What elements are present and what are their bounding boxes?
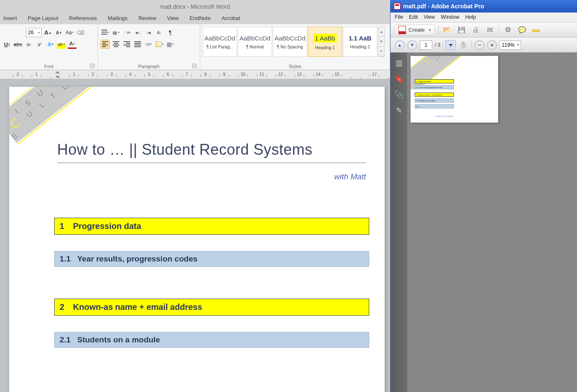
bookmarks-icon[interactable]: 🔖 [394,74,403,83]
menu-help[interactable]: Help [465,14,476,22]
email-icon[interactable] [484,25,495,35]
attachments-icon[interactable]: 📎 [394,90,403,99]
styles-gallery: AaBbCcDd¶ List Parag...AaBbCcDd¶ NormalA… [203,27,387,57]
word-window: matt.docx - Microsoft Word Insert Page L… [0,0,390,392]
highlight-icon[interactable] [531,25,542,35]
heading-2[interactable]: 2.1Students on a module [54,332,369,348]
style-tile--no-spacing[interactable]: AaBbCcDd¶ No Spacing [273,27,307,57]
line-spacing-icon[interactable] [144,40,153,49]
ribbon-group-styles: AaBbCcDd¶ List Parag...AaBbCcDd¶ NormalA… [200,24,390,70]
indent-marker-icon[interactable] [55,71,60,78]
page-total-label: / 3 [435,42,440,48]
strikethrough-icon[interactable]: abc [13,40,23,49]
horizontal-ruler[interactable]: 2112345678910111213141517 [0,70,390,79]
document-title[interactable]: How to … || Student Record Systems [57,141,366,163]
ribbon-group-paragraph: Paragraph↘ [98,24,200,70]
style-tile--list-parag-[interactable]: AaBbCcDd¶ List Parag... [203,27,237,57]
print-icon[interactable] [470,25,481,35]
document-area[interactable]: V I S U A L C U L T U R E S How to … || … [0,79,390,392]
save-icon[interactable] [456,25,467,35]
clear-formatting-icon[interactable] [76,28,85,37]
comment-icon[interactable] [517,25,527,35]
styles-scroll[interactable]: ▲▼▾ [378,27,385,57]
acrobat-document-view[interactable]: V ISUAL C ULTURES 1 Progression data 1.1… [407,53,577,392]
paragraph-dialog-launcher-icon[interactable]: ↘ [192,64,197,68]
subscript-icon[interactable] [24,40,33,49]
style-tile-heading-2[interactable]: 1.1 AaBHeading 2 [343,27,377,57]
tab-endnote[interactable]: EndNote [189,15,211,24]
borders-icon[interactable] [166,40,175,49]
document-subtitle[interactable]: with Matt [57,172,366,181]
open-icon[interactable] [442,25,453,35]
separator [443,40,443,50]
align-right-icon[interactable] [122,40,131,49]
menu-view[interactable]: View [424,14,435,22]
tab-page-layout[interactable]: Page Layout [28,15,58,24]
tab-mailings[interactable]: Mailings [108,15,128,24]
font-size-combo[interactable]: 26 [26,28,42,37]
font-dialog-launcher-icon[interactable]: ↘ [90,64,94,68]
separator [471,40,472,50]
settings-icon[interactable] [502,25,513,35]
heading-2[interactable]: 1.1Year results, progression codes [54,251,369,267]
page-number-input[interactable] [420,40,432,50]
heading-1[interactable]: 1Progression data [54,218,369,235]
tab-references[interactable]: References [69,15,97,24]
align-center-icon[interactable] [111,40,121,49]
justify-icon[interactable] [133,40,142,49]
signatures-icon[interactable]: ✎ [394,106,403,115]
tab-acrobat[interactable]: Acrobat [222,15,240,24]
align-left-icon[interactable] [101,40,110,49]
word-ribbon-tabs: Insert Page Layout References Mailings R… [0,13,390,24]
document-page: V I S U A L C U L T U R E S How to … || … [9,87,385,392]
next-page-icon[interactable]: ▼ [407,40,417,50]
pdf-file-icon [394,3,401,10]
bullets-icon[interactable] [101,28,110,37]
superscript-icon[interactable] [35,40,44,49]
selection-tool-icon[interactable] [446,40,456,50]
increase-indent-icon[interactable] [144,28,153,37]
menu-file[interactable]: File [395,14,403,22]
decrease-indent-icon[interactable] [133,28,142,37]
menu-window[interactable]: Window [441,14,459,22]
ribbon-label-styles: Styles [289,64,301,69]
style-tile-heading-1[interactable]: 1 AaBbHeading 1 [308,27,342,57]
grow-font-icon[interactable]: A▲ [43,28,53,37]
acrobat-title-bar: matt.pdf - Adobe Acrobat Pro [391,0,577,13]
zoom-combo[interactable]: 119% [499,40,521,50]
prev-page-icon[interactable]: ▲ [395,40,405,50]
text-effects-icon[interactable]: A [46,40,55,49]
acrobat-nav-pane: ▥ 🔖 📎 ✎ [391,53,407,392]
tab-insert[interactable]: Insert [3,15,17,24]
acrobat-toolbar-nav: ▲ ▼ / 3 − + 119% [391,38,577,53]
ribbon-label-paragraph: Paragraph [138,64,159,69]
heading-1[interactable]: 2Known-as name + email address [54,299,369,316]
numbering-icon[interactable] [111,28,121,37]
font-color-icon[interactable]: A [68,40,77,49]
zoom-out-icon[interactable]: − [474,40,484,50]
separator [438,25,438,35]
zoom-in-icon[interactable]: + [487,40,497,50]
style-tile--normal[interactable]: AaBbCcDd¶ Normal [238,27,272,57]
multilevel-list-icon[interactable] [122,28,131,37]
shrink-font-icon[interactable]: A▼ [54,28,63,37]
hand-tool-icon[interactable] [458,40,469,50]
sort-icon[interactable] [155,28,164,37]
underline-icon[interactable]: U [3,40,12,49]
menu-edit[interactable]: Edit [409,14,418,22]
show-hide-marks-icon[interactable] [166,28,175,37]
word-title-bar: matt.docx - Microsoft Word [0,0,390,13]
acrobat-menu-bar: File Edit View Window Help [391,13,577,23]
change-case-icon[interactable] [65,28,74,37]
create-button[interactable]: Create [395,25,435,35]
acrobat-window: matt.pdf - Adobe Acrobat Pro File Edit V… [390,0,577,392]
highlight-color-icon[interactable]: ab [57,40,66,49]
ribbon-label-font: Font [44,64,53,69]
separator [499,25,499,35]
tab-review[interactable]: Review [139,15,156,24]
ribbon-group-font: 26 A▲ A▼ U abc A ab A Font↘ [0,24,98,70]
shading-icon[interactable] [155,40,164,49]
thumbnails-icon[interactable]: ▥ [394,58,403,68]
acrobat-body: ▥ 🔖 📎 ✎ V ISUAL C ULTURES 1 Progression … [391,53,577,392]
tab-view[interactable]: View [167,15,179,24]
